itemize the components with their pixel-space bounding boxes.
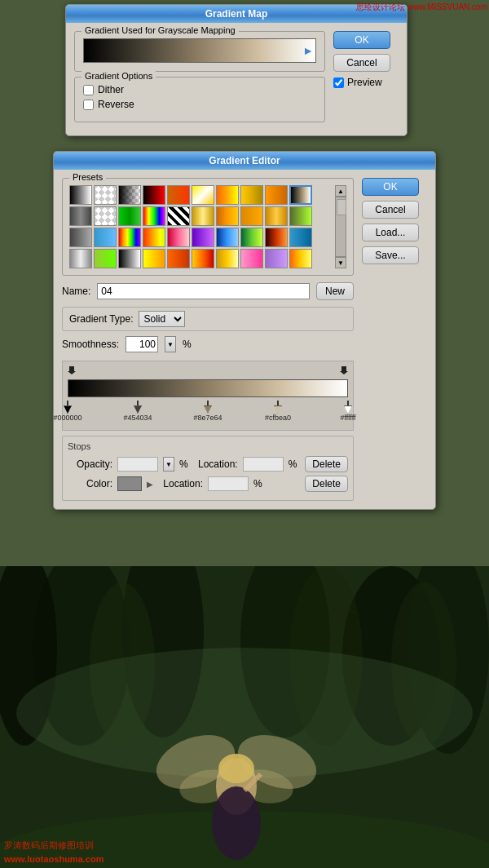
gradient-map-ok-button[interactable]: OK <box>333 31 390 49</box>
preset-13[interactable] <box>118 206 141 226</box>
color-swatch[interactable] <box>117 476 142 491</box>
opacity-arrow[interactable]: ▼ <box>163 457 174 472</box>
delete-button-2[interactable]: Delete <box>305 476 348 492</box>
stop-label-0: #000000 <box>53 414 82 422</box>
load-button[interactable]: Load... <box>362 224 419 241</box>
preset-17[interactable] <box>216 206 239 226</box>
preset-28[interactable] <box>240 228 263 247</box>
opacity-input[interactable] <box>117 457 158 472</box>
svg-text:〜 〜: 〜 〜 <box>342 609 357 617</box>
preset-18[interactable] <box>240 206 263 226</box>
reverse-checkbox[interactable] <box>83 100 94 110</box>
preset-22[interactable] <box>94 228 117 247</box>
scroll-down-button[interactable]: ▼ <box>335 257 346 268</box>
preset-20[interactable] <box>289 206 312 226</box>
preset-21[interactable] <box>69 228 92 247</box>
color-field-label: Color: <box>68 478 112 489</box>
gradient-bar[interactable] <box>68 379 348 397</box>
smoothness-arrow[interactable]: ▼ <box>165 336 176 352</box>
preset-9[interactable] <box>265 185 288 205</box>
preset-1[interactable] <box>69 185 92 205</box>
preset-37[interactable] <box>216 249 239 268</box>
preset-34[interactable] <box>143 249 165 268</box>
location-input-1[interactable] <box>243 457 284 472</box>
preset-5[interactable] <box>167 185 190 205</box>
preset-12[interactable] <box>94 206 117 226</box>
gradient-map-dialog: Gradient Map Gradient Used for Grayscale… <box>65 4 408 136</box>
opacity-stop-left[interactable] <box>68 366 76 378</box>
smoothness-label: Smoothness: <box>62 339 119 350</box>
location-label-1: Location: <box>193 458 238 470</box>
preset-4[interactable] <box>143 185 165 205</box>
preset-32[interactable] <box>94 249 117 268</box>
preset-39[interactable] <box>265 249 288 268</box>
preset-6[interactable] <box>192 185 214 205</box>
stop-label-100: #ffffff <box>340 414 355 422</box>
preset-40[interactable] <box>289 249 312 268</box>
preset-35[interactable] <box>167 249 190 268</box>
preset-29[interactable] <box>265 228 288 247</box>
preset-38[interactable] <box>240 249 263 268</box>
color-stops-inputs-row: Color: ▶ Location: % Delete <box>68 476 348 492</box>
opacity-field-label: Opacity: <box>68 458 112 470</box>
smoothness-pct: % <box>183 339 192 350</box>
gradient-editor-ok-button[interactable]: OK <box>362 178 419 196</box>
preset-19[interactable] <box>265 206 288 226</box>
delete-button-1[interactable]: Delete <box>305 456 348 472</box>
scroll-track <box>335 197 346 257</box>
preset-8[interactable] <box>240 185 263 205</box>
color-stops-row <box>68 399 348 414</box>
name-row: Name: New <box>62 282 354 300</box>
gradient-map-cancel-button[interactable]: Cancel <box>333 54 390 72</box>
gradient-editor-cancel-button[interactable]: Cancel <box>362 201 419 219</box>
preset-11[interactable] <box>69 206 92 226</box>
preset-10[interactable] <box>289 185 312 205</box>
preset-30[interactable] <box>289 228 312 247</box>
preset-3[interactable] <box>118 185 141 205</box>
gradient-type-row: Gradient Type: Solid Noise <box>62 307 354 331</box>
preset-31[interactable] <box>69 249 92 268</box>
scroll-up-button[interactable]: ▲ <box>335 185 346 197</box>
color-stop-50[interactable] <box>204 401 212 414</box>
opacity-stop-right[interactable] <box>340 366 348 378</box>
color-stop-75[interactable] <box>274 401 282 414</box>
color-stop-0[interactable] <box>64 401 72 414</box>
dither-row: Dither <box>83 84 316 95</box>
dither-checkbox[interactable] <box>83 85 94 95</box>
gradient-used-group: Gradient Used for Grayscale Mapping ► <box>74 31 325 72</box>
gradient-bar-area[interactable]: #000000 #454034 #8e7e64 #cfbea0 #ffffff <box>62 361 354 431</box>
preset-26[interactable] <box>192 228 214 247</box>
gradient-type-select[interactable]: Solid Noise <box>139 311 185 327</box>
smoothness-input[interactable] <box>126 336 158 352</box>
preset-27[interactable] <box>216 228 239 247</box>
preset-14[interactable] <box>143 206 165 226</box>
preset-15[interactable] <box>167 206 190 226</box>
stop-label-75: #cfbea0 <box>265 414 291 422</box>
preset-33[interactable] <box>118 249 141 268</box>
scroll-thumb[interactable] <box>337 199 346 215</box>
svg-point-18 <box>218 754 254 783</box>
location-input-2[interactable] <box>208 476 249 491</box>
preset-2[interactable] <box>94 185 117 205</box>
preset-23[interactable] <box>118 228 141 247</box>
gradient-editor-dialog: Gradient Editor Presets <box>53 151 436 510</box>
preview-row: Preview <box>333 77 399 88</box>
color-arrow-icon[interactable]: ▶ <box>147 480 153 489</box>
preset-16[interactable] <box>192 206 214 226</box>
color-stop-25[interactable] <box>134 401 142 414</box>
preset-7[interactable] <box>216 185 239 205</box>
gradient-map-preview[interactable]: ► <box>83 38 316 63</box>
preset-25[interactable] <box>167 228 190 247</box>
name-input[interactable] <box>97 283 310 299</box>
opacity-stops-inputs-row: Opacity: ▼ % Location: % Delete <box>68 456 348 472</box>
background-gradient: 〜 〜 <box>0 566 489 868</box>
save-button[interactable]: Save... <box>362 246 419 264</box>
gradient-options-label: Gradient Options <box>82 71 156 81</box>
preset-24[interactable] <box>143 228 165 247</box>
preset-36[interactable] <box>192 249 214 268</box>
gradient-options-group: Gradient Options Dither Reverse <box>74 77 325 122</box>
color-stop-100[interactable] <box>344 401 352 414</box>
presets-label: Presets <box>69 172 106 182</box>
new-button[interactable]: New <box>316 282 354 300</box>
preview-checkbox[interactable] <box>333 78 344 88</box>
